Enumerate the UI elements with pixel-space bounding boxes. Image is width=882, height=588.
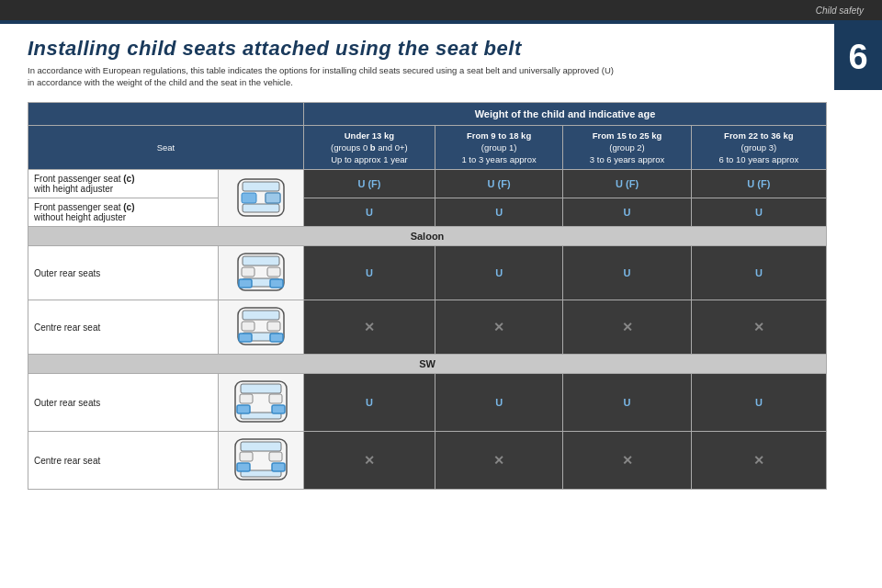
svg-rect-1 xyxy=(243,182,279,191)
svg-rect-16 xyxy=(242,322,254,331)
value-cell: ✕ xyxy=(435,432,562,490)
svg-rect-17 xyxy=(267,322,280,331)
svg-rect-11 xyxy=(239,279,252,288)
seat-col-header: Seat xyxy=(28,125,304,170)
page-subtitle: In accordance with European regulations,… xyxy=(28,64,827,89)
svg-rect-14 xyxy=(243,311,279,320)
svg-rect-2 xyxy=(243,204,279,212)
value-cell: U xyxy=(563,374,691,432)
svg-rect-25 xyxy=(237,405,250,413)
col2-header: From 9 to 18 kg (group 1) 1 to 3 years a… xyxy=(435,125,562,170)
value-cell: U (F) xyxy=(303,170,435,198)
section-label: Child safety xyxy=(816,6,864,16)
section-row: SW xyxy=(28,355,827,374)
value-cell: U xyxy=(691,198,826,227)
value-cell: ✕ xyxy=(691,432,826,490)
svg-rect-23 xyxy=(240,394,253,403)
value-cell: U xyxy=(303,246,435,300)
svg-rect-3 xyxy=(242,193,256,203)
value-cell: U (F) xyxy=(691,170,826,198)
svg-rect-26 xyxy=(272,405,285,413)
page-title: Installing child seats attached using th… xyxy=(28,37,827,61)
svg-rect-24 xyxy=(269,394,282,403)
value-cell: U xyxy=(435,246,562,300)
header-weight: Weight of the child and indicative age xyxy=(303,102,826,125)
table-row: Centre rear seat ✕✕✕✕ xyxy=(28,300,827,355)
value-cell: ✕ xyxy=(435,300,562,355)
table-row: Centre rear seat ✕✕✕✕ xyxy=(28,432,827,490)
col4-header: From 22 to 36 kg (group 3) 6 to 10 years… xyxy=(691,125,826,170)
value-cell: ✕ xyxy=(563,300,691,355)
value-cell: ✕ xyxy=(303,432,435,490)
value-cell: U xyxy=(435,374,562,432)
col3-header: From 15 to 25 kg (group 2) 3 to 6 years … xyxy=(563,125,691,170)
table-row: Front passenger seat (c)with height adju… xyxy=(28,170,827,198)
value-cell: U xyxy=(303,374,435,432)
value-cell: U xyxy=(563,246,691,300)
svg-rect-33 xyxy=(272,463,285,471)
table-row: Front passenger seat (c)without height a… xyxy=(28,198,827,227)
value-cell: U (F) xyxy=(563,170,691,198)
value-cell: U xyxy=(563,198,691,227)
table-row: Outer rear seats UUUU xyxy=(28,246,827,300)
svg-rect-28 xyxy=(241,442,281,451)
svg-rect-12 xyxy=(270,279,283,288)
table-row: Outer rear seats UUUU xyxy=(28,374,827,432)
svg-rect-19 xyxy=(270,334,283,342)
value-cell: ✕ xyxy=(303,300,435,355)
chapter-badge: 6 xyxy=(834,24,882,90)
svg-rect-31 xyxy=(269,452,282,461)
svg-rect-7 xyxy=(243,256,279,266)
top-bar: Child safety xyxy=(0,0,882,20)
value-cell: U xyxy=(691,374,826,432)
col1-header: Under 13 kg (groups 0 b and 0+) Up to ap… xyxy=(303,125,435,170)
section-row: Saloon xyxy=(28,227,827,246)
value-cell: ✕ xyxy=(563,432,691,490)
svg-rect-18 xyxy=(239,334,252,342)
svg-rect-9 xyxy=(242,267,254,277)
svg-rect-32 xyxy=(237,463,250,471)
value-cell: ✕ xyxy=(691,300,826,355)
child-seat-table: Weight of the child and indicative age S… xyxy=(28,102,827,491)
value-cell: U xyxy=(691,246,826,300)
value-cell: U xyxy=(435,198,562,227)
svg-rect-30 xyxy=(240,452,253,461)
svg-rect-21 xyxy=(241,384,281,393)
svg-rect-5 xyxy=(266,193,280,203)
value-cell: U (F) xyxy=(435,170,562,198)
svg-rect-10 xyxy=(267,267,280,277)
value-cell: U xyxy=(303,198,435,227)
page-content: Installing child seats attached using th… xyxy=(28,24,827,570)
